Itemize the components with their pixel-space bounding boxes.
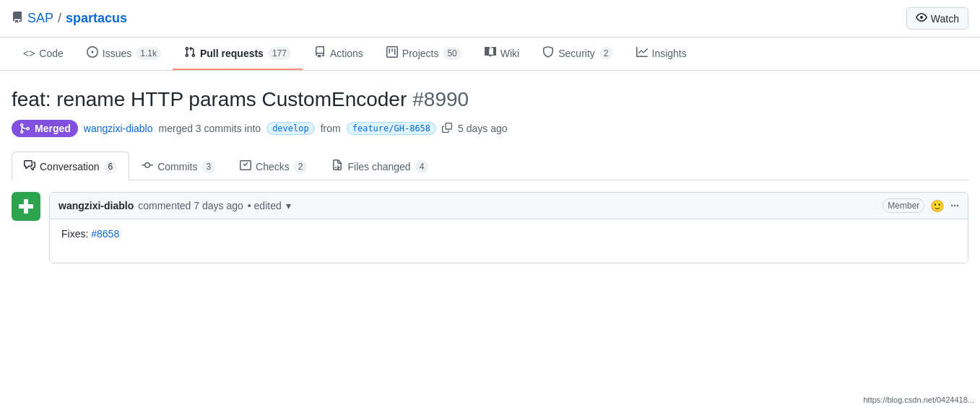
comment-body: Fixes: #8658 <box>50 219 968 263</box>
comment-author[interactable]: wangzixi-diablo <box>58 200 134 211</box>
svg-rect-2 <box>19 204 33 209</box>
pr-content: feat: rename HTTP params CustomEncoder #… <box>0 71 980 263</box>
comment-timestamp: commented 7 days ago <box>138 200 243 211</box>
more-options-button[interactable]: ··· <box>950 200 959 211</box>
tab-checks[interactable]: Checks 2 <box>227 152 319 180</box>
copy-branch-icon[interactable] <box>442 123 452 135</box>
tab-pull-requests[interactable]: Pull requests 177 <box>173 38 303 70</box>
merged-label: Merged <box>35 123 71 134</box>
insights-icon <box>636 46 648 60</box>
pr-meta-time: 5 days ago <box>458 123 508 134</box>
avatar-image <box>14 195 38 218</box>
comment-header: wangzixi-diablo commented 7 days ago • e… <box>50 193 968 219</box>
emoji-button[interactable]: 🙂 <box>930 199 945 213</box>
comment-area: wangzixi-diablo commented 7 days ago • e… <box>12 192 968 263</box>
pr-badge: 177 <box>268 47 291 60</box>
files-changed-icon <box>331 159 343 173</box>
tab-security[interactable]: Security 2 <box>531 38 624 70</box>
watch-button[interactable]: Watch <box>906 7 968 30</box>
pr-meta-action: merged 3 commits into <box>159 123 261 134</box>
pr-title: feat: rename HTTP params CustomEncoder <box>12 88 407 111</box>
comment-body-link[interactable]: #8658 <box>91 228 119 240</box>
repo-icon <box>12 12 23 26</box>
files-changed-badge: 4 <box>415 160 429 173</box>
top-bar: SAP / spartacus Watch <box>0 0 980 38</box>
pr-meta: Merged wangzixi-diablo merged 3 commits … <box>12 120 968 137</box>
issues-icon <box>87 46 98 60</box>
wiki-icon <box>485 46 496 60</box>
comment-edited: • edited <box>248 200 282 211</box>
pr-tabs: Conversation 6 Commits 3 Checks 2 <box>12 152 968 180</box>
comment-header-right: Member 🙂 ··· <box>883 198 959 213</box>
tab-commits[interactable]: Commits 3 <box>129 152 227 180</box>
tab-actions[interactable]: Actions <box>303 38 375 70</box>
issues-badge: 1.1k <box>136 47 161 60</box>
org-name[interactable]: SAP <box>27 11 53 26</box>
code-icon: <> <box>23 48 35 59</box>
author-link[interactable]: wangzixi-diablo <box>84 123 153 134</box>
source-branch[interactable]: feature/GH-8658 <box>347 122 436 135</box>
checks-icon <box>240 159 251 173</box>
tab-insights[interactable]: Insights <box>625 38 698 70</box>
repo-title: SAP / spartacus <box>12 11 127 26</box>
edited-chevron-icon[interactable]: ▾ <box>286 200 291 211</box>
tab-issues[interactable]: Issues 1.1k <box>75 38 173 70</box>
pr-title-row: feat: rename HTTP params CustomEncoder #… <box>12 88 968 111</box>
watch-label: Watch <box>931 13 959 25</box>
actions-icon <box>314 46 326 60</box>
merged-badge: Merged <box>12 120 78 137</box>
projects-icon <box>386 46 398 60</box>
tab-wiki[interactable]: Wiki <box>473 38 531 70</box>
conversation-badge: 6 <box>104 160 118 173</box>
security-badge: 2 <box>599 47 613 60</box>
comment-body-text: Fixes: <box>61 228 91 240</box>
repo-sep: / <box>58 11 61 26</box>
commits-badge: 3 <box>201 160 215 173</box>
security-icon <box>542 46 554 60</box>
checks-badge: 2 <box>294 160 308 173</box>
tab-code[interactable]: <> Code <box>12 39 75 69</box>
comment-header-left: wangzixi-diablo commented 7 days ago • e… <box>58 200 291 211</box>
comment-box: wangzixi-diablo commented 7 days ago • e… <box>49 192 968 263</box>
member-badge: Member <box>883 198 924 213</box>
conversation-icon <box>24 159 35 173</box>
eye-icon <box>916 12 927 25</box>
tab-conversation[interactable]: Conversation 6 <box>12 152 129 180</box>
target-branch[interactable]: develop <box>266 122 315 135</box>
pr-meta-from: from <box>321 123 341 134</box>
projects-badge: 50 <box>443 47 461 60</box>
merge-icon <box>19 123 30 134</box>
pr-icon <box>184 46 196 60</box>
avatar <box>12 192 40 221</box>
tab-projects[interactable]: Projects 50 <box>375 38 473 70</box>
commits-icon <box>142 159 153 173</box>
pr-number: #8990 <box>412 88 469 111</box>
repo-name[interactable]: spartacus <box>66 11 127 26</box>
repo-nav: <> Code Issues 1.1k Pull requests 177 Ac… <box>0 38 980 71</box>
pr-meta-author: wangzixi-diablo <box>84 123 153 134</box>
tab-files-changed[interactable]: Files changed 4 <box>319 152 441 180</box>
